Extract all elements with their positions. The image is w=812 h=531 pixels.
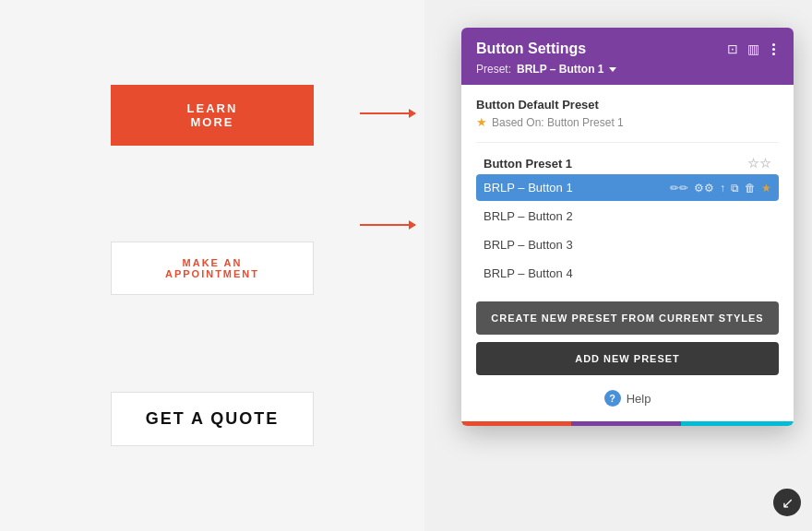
default-preset-section: Button Default Preset ★ Based On: Button…: [476, 98, 779, 129]
based-on-text: Based On: Button Preset 1: [492, 116, 624, 129]
default-preset-based: ★ Based On: Button Preset 1: [476, 115, 779, 129]
preset-item-label-brlp1: BRLP – Button 1: [484, 181, 573, 195]
more-options-icon[interactable]: [769, 41, 779, 57]
help-row: ? Help: [476, 383, 779, 408]
preset-item-label-brlp3: BRLP – Button 3: [484, 238, 573, 252]
preset-section-star-icon[interactable]: ☆: [747, 156, 771, 171]
maximize-icon[interactable]: ⊡: [727, 41, 738, 56]
preset-item-label-brlp2: BRLP – Button 2: [484, 209, 573, 223]
panel-title: Button Settings: [476, 41, 586, 57]
edit-icon[interactable]: ✏: [670, 182, 688, 195]
preset-item-brlp4[interactable]: BRLP – Button 4: [476, 260, 779, 287]
preset-item-brlp2[interactable]: BRLP – Button 2: [476, 203, 779, 230]
settings-icon[interactable]: ⚙: [694, 182, 714, 195]
star-active-icon[interactable]: ★: [761, 182, 771, 195]
preset-item-actions-brlp1: ✏ ⚙ ↑ ⧉ 🗑 ★: [670, 182, 771, 195]
copy-icon[interactable]: ⧉: [731, 182, 739, 195]
chevron-down-icon: [609, 67, 616, 72]
default-preset-title: Button Default Preset: [476, 98, 779, 112]
corner-resize-icon[interactable]: ↙: [773, 489, 801, 516]
preset-section-label: Button Preset 1: [484, 157, 572, 171]
preset-dropdown[interactable]: BRLP – Button 1: [517, 63, 616, 76]
help-text: Help: [627, 392, 651, 406]
appointment-button[interactable]: MAKE AN APPOINTMENT: [111, 242, 314, 295]
panel-body: Button Default Preset ★ Based On: Button…: [461, 85, 794, 301]
panel-header-top: Button Settings ⊡ ▥: [476, 41, 779, 57]
divider-1: [476, 142, 779, 143]
delete-icon[interactable]: 🗑: [745, 182, 756, 195]
export-icon[interactable]: ↑: [720, 182, 725, 195]
preset-item-brlp1[interactable]: BRLP – Button 1 ✏ ⚙ ↑ ⧉ 🗑 ★: [476, 174, 779, 201]
columns-icon[interactable]: ▥: [747, 41, 759, 56]
help-icon[interactable]: ?: [604, 390, 621, 407]
star-gold-icon: ★: [476, 115, 487, 129]
create-preset-button[interactable]: CREATE NEW PRESET FROM CURRENT STYLES: [476, 301, 779, 335]
arrow-2: [360, 224, 415, 226]
arrow-1: [360, 112, 415, 114]
panel-preset-row: Preset: BRLP – Button 1: [476, 63, 779, 76]
add-preset-button[interactable]: ADD NEW PRESET: [476, 342, 779, 375]
button-settings-panel: Button Settings ⊡ ▥ Preset: BRLP – Butto…: [461, 28, 794, 426]
panel-bottom-strip: [461, 421, 794, 426]
left-panel: LEARN MORE MAKE AN APPOINTMENT GET A QUO…: [0, 0, 424, 531]
preset-item-label-brlp4: BRLP – Button 4: [484, 266, 573, 280]
preset-value: BRLP – Button 1: [517, 63, 603, 76]
panel-header: Button Settings ⊡ ▥ Preset: BRLP – Butto…: [461, 28, 794, 85]
panel-footer: CREATE NEW PRESET FROM CURRENT STYLES AD…: [461, 301, 794, 421]
panel-header-icons: ⊡ ▥: [727, 41, 779, 57]
learn-more-button[interactable]: LEARN MORE: [111, 85, 314, 146]
preset-item-brlp3[interactable]: BRLP – Button 3: [476, 231, 779, 258]
quote-button[interactable]: GET A QUOTE: [111, 392, 314, 446]
preset-label: Preset:: [476, 63, 511, 76]
preset-section-header: Button Preset 1 ☆: [476, 152, 779, 174]
